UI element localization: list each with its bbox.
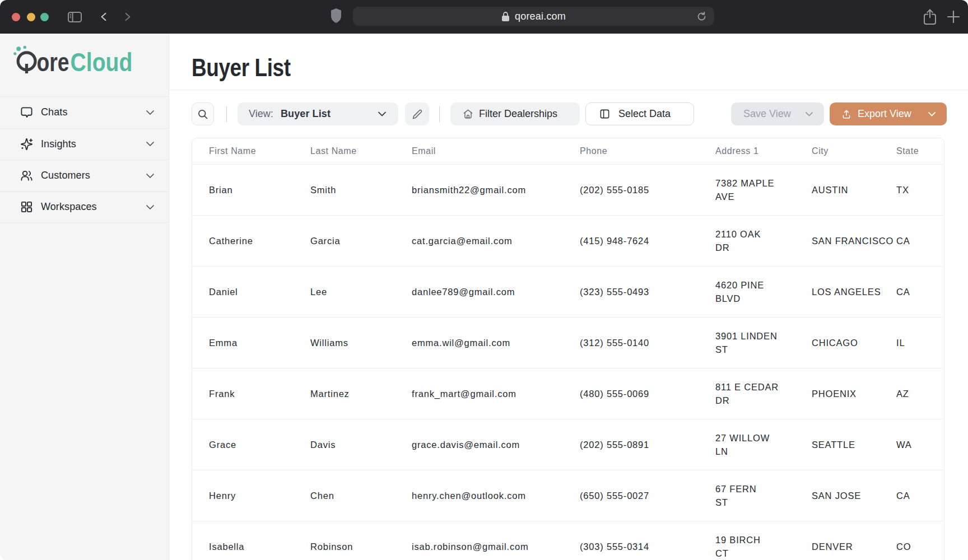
svg-text:Cloud: Cloud	[71, 48, 133, 77]
svg-text:ore: ore	[37, 48, 69, 77]
